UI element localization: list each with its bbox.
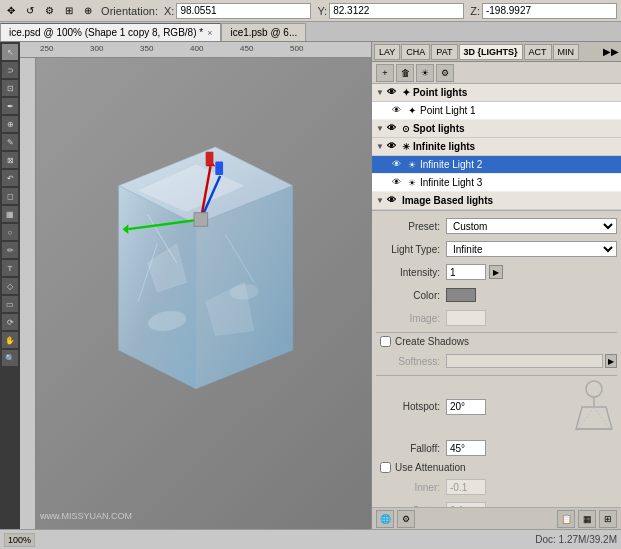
- y-label: Y:: [317, 5, 327, 17]
- lights-list: ▼ 👁 ✦ Point lights 👁 ✦ Point Light 1 ▼ 👁…: [372, 84, 621, 211]
- tab-ice-psd[interactable]: ice.psd @ 100% (Shape 1 copy 8, RGB/8) *…: [0, 23, 221, 41]
- rotate-icon[interactable]: ↺: [23, 3, 36, 19]
- panel-btn-4[interactable]: ▦: [578, 510, 596, 528]
- light-item-infinite3[interactable]: 👁 ☀ Infinite Light 3: [372, 174, 621, 192]
- tool-3d-pan[interactable]: ✋: [2, 332, 18, 348]
- svg-rect-17: [215, 162, 223, 176]
- settings-icon[interactable]: ⚙: [43, 3, 56, 19]
- color-swatch[interactable]: [446, 288, 476, 302]
- inf-expand-arrow: ▼: [376, 142, 384, 151]
- image-control: [446, 310, 617, 326]
- group-img-eye[interactable]: 👁: [387, 195, 399, 207]
- intensity-slider-btn[interactable]: ▶: [489, 265, 503, 279]
- create-shadows-checkbox[interactable]: [380, 336, 391, 347]
- tool-lasso[interactable]: ⊃: [2, 62, 18, 78]
- delete-light-btn[interactable]: 🗑: [396, 64, 414, 82]
- panel-expand-icon[interactable]: ▶▶: [603, 46, 619, 57]
- color-row: Color:: [376, 286, 617, 304]
- inf3-eye[interactable]: 👁: [392, 177, 404, 189]
- light-type-select[interactable]: Infinite: [446, 241, 617, 257]
- axes-icon[interactable]: ⊕: [82, 3, 95, 19]
- intensity-input[interactable]: [446, 264, 486, 280]
- tool-eyedrop[interactable]: ✒: [2, 98, 18, 114]
- group-inf-eye[interactable]: 👁: [387, 141, 399, 153]
- z-input[interactable]: [482, 3, 617, 19]
- softness-control: ▶: [446, 354, 617, 368]
- tool-3d-rotate[interactable]: ⟳: [2, 314, 18, 330]
- preset-select[interactable]: Custom: [446, 218, 617, 234]
- tool-pen[interactable]: ✏: [2, 242, 18, 258]
- grid-icon[interactable]: ⊞: [62, 3, 75, 19]
- tool-zoom[interactable]: 🔍: [2, 350, 18, 366]
- tool-crop[interactable]: ⊡: [2, 80, 18, 96]
- panel-tab-min[interactable]: MIN: [553, 44, 580, 60]
- watermark: www.MISSYUAN.COM: [40, 511, 132, 521]
- intensity-control: ▶: [446, 264, 617, 280]
- panel-tab-3d-lights[interactable]: 3D {LIGHTS}: [459, 44, 523, 60]
- svg-line-24: [594, 407, 611, 431]
- softness-arrow[interactable]: ▶: [605, 354, 617, 368]
- light-settings-btn[interactable]: ⚙: [436, 64, 454, 82]
- svg-rect-18: [194, 213, 208, 227]
- group-spot-icon: ⊙: [402, 124, 410, 134]
- properties-panel: Preset: Custom Light Type: Infinite: [372, 211, 621, 507]
- tool-path[interactable]: ◇: [2, 278, 18, 294]
- inner-input: [446, 479, 486, 495]
- panel-btn-1[interactable]: 🌐: [376, 510, 394, 528]
- inf2-name: Infinite Light 2: [420, 159, 617, 170]
- light-icon-btn[interactable]: ☀: [416, 64, 434, 82]
- panel-btn-2[interactable]: ⚙: [397, 510, 415, 528]
- tool-eraser[interactable]: ◻: [2, 188, 18, 204]
- tool-stamp[interactable]: ⊠: [2, 152, 18, 168]
- group-image-lights[interactable]: ▼ 👁 Image Based lights: [372, 192, 621, 210]
- panel-tab-cha[interactable]: CHA: [401, 44, 430, 60]
- ruler-top-ticks: 250 300 350 400 450 500: [20, 42, 371, 57]
- tool-history[interactable]: ↶: [2, 170, 18, 186]
- group-infinite-lights[interactable]: ▼ 👁 ☀ Infinite lights: [372, 138, 621, 156]
- move-tool-icon[interactable]: ✥: [4, 3, 17, 19]
- hotspot-input[interactable]: [446, 399, 486, 415]
- falloff-input[interactable]: [446, 440, 486, 456]
- canvas-content: www.MISSYUAN.COM: [36, 58, 371, 529]
- tab-ice1-psb[interactable]: ice1.psb @ 6...: [221, 23, 306, 41]
- svg-rect-15: [206, 152, 214, 166]
- softness-bar: [446, 354, 603, 368]
- tool-gradient[interactable]: ▦: [2, 206, 18, 222]
- panel-btn-3[interactable]: 📋: [557, 510, 575, 528]
- status-bar: 100% Doc: 1.27M/39.2M: [0, 529, 621, 549]
- tool-dodge[interactable]: ○: [2, 224, 18, 240]
- group-spot-eye[interactable]: 👁: [387, 123, 399, 135]
- point1-eye[interactable]: 👁: [392, 105, 404, 117]
- light-item-infinite2[interactable]: 👁 ☀ Infinite Light 2: [372, 156, 621, 174]
- y-input[interactable]: [329, 3, 464, 19]
- add-light-btn[interactable]: +: [376, 64, 394, 82]
- tool-brush[interactable]: ✎: [2, 134, 18, 150]
- inf2-eye[interactable]: 👁: [392, 159, 404, 171]
- light-item-point1[interactable]: 👁 ✦ Point Light 1: [372, 102, 621, 120]
- use-attenuation-row: Use Attenuation: [376, 462, 617, 473]
- img-expand-arrow: ▼: [376, 196, 384, 205]
- color-label: Color:: [376, 290, 446, 301]
- status-info: Doc: 1.27M/39.2M: [535, 534, 617, 545]
- tool-heal[interactable]: ⊕: [2, 116, 18, 132]
- group-point-lights[interactable]: ▼ 👁 ✦ Point lights: [372, 84, 621, 102]
- inner-control: [446, 479, 617, 495]
- intensity-row: Intensity: ▶: [376, 263, 617, 281]
- x-input[interactable]: [176, 3, 311, 19]
- panel-tab-pat[interactable]: PAT: [431, 44, 457, 60]
- status-doc: 100%: [4, 534, 527, 545]
- lamp-icon-svg: [572, 379, 617, 434]
- panel-tab-act[interactable]: ACT: [524, 44, 552, 60]
- panel-tab-lay[interactable]: LAY: [374, 44, 400, 60]
- canvas-viewport[interactable]: www.MISSYUAN.COM: [36, 58, 371, 529]
- group-spot-lights[interactable]: ▼ 👁 ⊙ Spot lights: [372, 120, 621, 138]
- hotspot-label: Hotspot:: [376, 401, 446, 412]
- panel-btn-5[interactable]: ⊞: [599, 510, 617, 528]
- tool-type[interactable]: T: [2, 260, 18, 276]
- tool-shape[interactable]: ▭: [2, 296, 18, 312]
- tab-close-icon[interactable]: ×: [207, 28, 212, 38]
- use-attenuation-checkbox[interactable]: [380, 462, 391, 473]
- group-eye-icon[interactable]: 👁: [387, 87, 399, 99]
- point1-name: Point Light 1: [420, 105, 617, 116]
- tool-select[interactable]: ↖: [2, 44, 18, 60]
